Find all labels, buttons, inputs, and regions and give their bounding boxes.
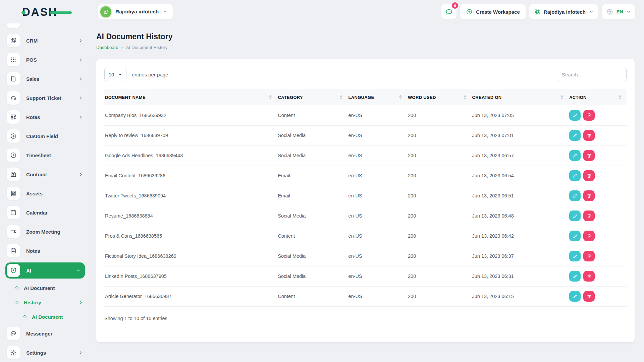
cell-language: en-US xyxy=(348,186,407,206)
table-footer-summary: Showing 1 to 10 of 10 entries xyxy=(104,307,627,321)
sidebar-item-notes[interactable]: Notes xyxy=(7,244,83,257)
page-title: AI Document History xyxy=(96,32,635,41)
sidebar-item-custom-field[interactable]: Custom Field xyxy=(7,129,83,143)
sidebar-item-timesheet[interactable]: Timesheet xyxy=(7,148,83,162)
delete-button[interactable] xyxy=(583,231,595,241)
workspace-selector[interactable]: Rajodiya infotech xyxy=(98,4,173,19)
table-row: Email Content_1686639286 Email en-US 200… xyxy=(104,166,627,186)
cell-created-on: Jun 13, 2023 07:01 xyxy=(472,125,569,145)
chevron-right-icon xyxy=(78,351,83,355)
chevron-right-icon xyxy=(78,300,83,305)
pencil-icon xyxy=(573,234,578,239)
bullet-ring-icon xyxy=(15,300,19,305)
cell-category: Content xyxy=(277,226,347,246)
logo-dash-bar xyxy=(50,11,72,14)
breadcrumb-dashboard-link[interactable]: Dashboard xyxy=(96,45,118,50)
cell-language: en-US xyxy=(348,105,407,125)
sidebar-item-sales[interactable]: Sales xyxy=(7,72,83,85)
edit-button[interactable] xyxy=(569,271,581,282)
delete-button[interactable] xyxy=(583,210,595,221)
trash-icon xyxy=(587,254,592,259)
chevron-right-icon xyxy=(78,58,83,62)
sidebar-item-pos[interactable]: POS xyxy=(7,53,83,66)
table-body: Company Bios_1686639932 Content en-US 20… xyxy=(104,105,627,306)
column-header-category[interactable]: CATEGORY xyxy=(277,89,347,105)
chevron-right-icon xyxy=(78,77,83,81)
delete-button[interactable] xyxy=(583,251,595,261)
sidebar-item-rotas[interactable]: Rotas xyxy=(7,110,83,124)
delete-button[interactable] xyxy=(583,291,595,302)
sort-icon xyxy=(560,95,563,100)
timesheet-icon xyxy=(7,148,20,162)
cell-word-used: 200 xyxy=(407,166,472,186)
language-selector[interactable]: EN xyxy=(602,4,635,19)
search-input[interactable] xyxy=(557,68,627,81)
column-header-created-on[interactable]: CREATED ON xyxy=(472,89,569,105)
cell-document-name: LinkedIn Posts_1686637905 xyxy=(104,266,277,286)
column-header-document-name[interactable]: DOCUMENT NAME xyxy=(104,89,277,105)
column-header-language[interactable]: LANGUAGE xyxy=(348,89,407,105)
pencil-icon xyxy=(573,214,578,219)
sidebar-item-messenger[interactable]: Messenger xyxy=(7,327,83,340)
cell-word-used: 200 xyxy=(407,226,472,246)
delete-button[interactable] xyxy=(583,271,595,282)
sidebar-item-contract[interactable]: Contract xyxy=(7,168,83,181)
cell-action xyxy=(569,206,627,226)
cell-document-name: Company Bios_1686639932 xyxy=(104,105,277,125)
edit-button[interactable] xyxy=(569,251,581,261)
notes-icon xyxy=(7,244,20,257)
delete-button[interactable] xyxy=(583,190,595,201)
pencil-icon xyxy=(573,294,578,299)
edit-button[interactable] xyxy=(569,170,581,181)
workspace-avatar xyxy=(100,6,111,17)
edit-button[interactable] xyxy=(569,291,581,302)
cell-action xyxy=(569,125,627,145)
custom-field-icon xyxy=(7,129,20,143)
sidebar: CRM POS Sales Support Ticket Rotas Custo… xyxy=(0,23,92,362)
column-header-action[interactable]: ACTION xyxy=(569,89,627,105)
cell-created-on: Jun 13, 2023 06:31 xyxy=(472,266,569,286)
app-logo[interactable]: DASH xyxy=(22,6,69,18)
sidebar-item-calendar[interactable]: Calendar xyxy=(7,206,83,219)
pencil-icon xyxy=(573,173,578,178)
edit-button[interactable] xyxy=(569,231,581,241)
cell-category: Social Media xyxy=(277,145,347,166)
sidebar-subitem-ai-document[interactable]: AI Document xyxy=(7,284,83,292)
cell-word-used: 200 xyxy=(407,206,472,226)
entries-per-page-select[interactable]: 10 xyxy=(104,68,126,81)
delete-button[interactable] xyxy=(583,150,595,161)
trash-icon xyxy=(587,294,592,299)
logo-dash-dot xyxy=(21,11,25,14)
sidebar-item-crm[interactable]: CRM xyxy=(7,34,83,47)
sidebar-subitem-history[interactable]: History xyxy=(7,298,83,307)
edit-button[interactable] xyxy=(569,150,581,161)
delete-button[interactable] xyxy=(583,170,595,181)
sidebar-item-ai[interactable]: AI xyxy=(5,262,85,279)
entries-per-page-label: entries per page xyxy=(132,72,168,77)
edit-button[interactable] xyxy=(569,210,581,221)
delete-button[interactable] xyxy=(583,130,595,141)
trash-icon xyxy=(587,153,592,158)
sidebar-subitem-history-ai-document[interactable]: AI Document xyxy=(7,312,83,321)
documents-table: DOCUMENT NAME CATEGORY LANGUAGE WORD USE… xyxy=(104,89,627,307)
create-workspace-button[interactable]: Create Workspace xyxy=(460,4,526,19)
sidebar-item-support-ticket[interactable]: Support Ticket xyxy=(7,91,83,105)
sidebar-item-settings[interactable]: Settings xyxy=(7,346,83,359)
edit-button[interactable] xyxy=(569,130,581,141)
table-row: Resume_1686638884 Social Media en-US 200… xyxy=(104,206,627,226)
edit-button[interactable] xyxy=(569,110,581,121)
cell-created-on: Jun 13, 2023 06:54 xyxy=(472,166,569,186)
messages-button[interactable]: 0 xyxy=(441,4,457,19)
chevron-down-icon xyxy=(163,9,167,14)
cell-language: en-US xyxy=(348,166,407,186)
cell-word-used: 200 xyxy=(407,286,472,306)
delete-button[interactable] xyxy=(583,110,595,121)
account-selector[interactable]: Rajodiya infotech xyxy=(529,4,598,19)
edit-button[interactable] xyxy=(569,190,581,201)
cell-document-name: Google Ads Headlines_1686639443 xyxy=(104,145,277,166)
sidebar-item-assets[interactable]: Assets xyxy=(7,187,83,200)
trash-icon xyxy=(587,193,592,198)
grid-plus-icon xyxy=(534,9,540,15)
column-header-word-used[interactable]: WORD USED xyxy=(407,89,472,105)
sidebar-item-zoom-meeting[interactable]: Zoom Meeting xyxy=(7,225,83,238)
